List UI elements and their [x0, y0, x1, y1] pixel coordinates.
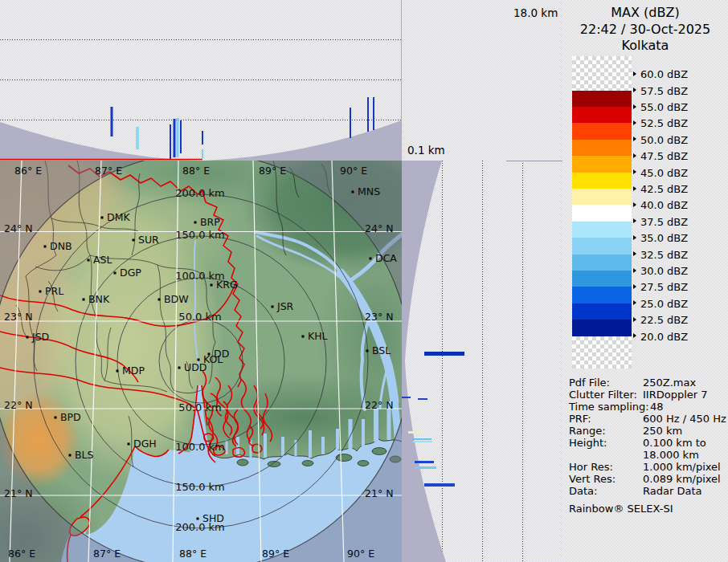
latitude-label: 22° N [4, 399, 32, 411]
city-label: ASL [93, 254, 112, 266]
colorbar-band [572, 222, 632, 238]
out-of-range-wedge [205, 120, 402, 161]
colorbar-tick-label: 45.0 dBZ [640, 166, 688, 178]
city-marker-dot [352, 191, 354, 193]
city-label: KHL [308, 330, 328, 342]
colorbar-tick-label: 35.0 dBZ [640, 232, 688, 244]
latitude-label: 23° N [365, 311, 393, 323]
city-label: BLS [75, 449, 93, 461]
metadata-value: 600 Hz / 450 Hz [643, 413, 726, 425]
colorbar-tick-label: 57.5 dBZ [640, 84, 688, 96]
colorbar-tick-label: 25.0 dBZ [640, 297, 688, 309]
latitude-label: 24° N [4, 222, 32, 234]
colorbar-tick-arrow [633, 317, 636, 322]
colorbar-tick-label: 42.5 dBZ [640, 183, 688, 195]
colorbar-band [572, 140, 632, 157]
station-name: Kolkata [562, 38, 728, 54]
radar-echo [415, 461, 434, 463]
longitude-label: 90° E [347, 548, 374, 560]
max-height-label: 18.0 km [513, 6, 558, 19]
radar-echo [412, 438, 431, 440]
colorbar-tick-arrow [633, 169, 636, 174]
radar-echo [418, 398, 427, 400]
city-marker-dot [366, 350, 369, 352]
range-ring-label: 150.0 km [175, 229, 225, 241]
product-datetime: 22:42 / 30-Oct-2025 [562, 22, 728, 38]
colorbar-band [572, 287, 632, 303]
colorbar-tick-arrow [633, 104, 636, 109]
top-panel-canvas [0, 0, 402, 161]
longitude-label: 90° E [340, 165, 367, 177]
longitude-label: 89° E [259, 165, 286, 177]
metadata-value: 250Z.max [643, 377, 696, 389]
colorbar-tick-arrow [633, 235, 636, 240]
radar-echo [174, 119, 176, 157]
metadata-row: PRF:600 Hz / 450 Hz [569, 413, 728, 425]
min-height-label: 0.1 km [407, 144, 445, 157]
colorbar-tick-arrow [633, 284, 636, 289]
colorbar-tick-arrow [633, 333, 636, 338]
latitude-label: 24° N [365, 222, 393, 234]
product-title: MAX (dBZ) [562, 5, 728, 21]
metadata-label: Vert Res: [569, 473, 616, 485]
radar-map: DMKBRPSURDNBASLDGPKRGDCAMNSPRLBNKBDWJSRJ… [0, 161, 402, 562]
colorbar-band-above-max [572, 56, 632, 91]
colorbar-tick-label: 40.0 dBZ [640, 199, 688, 211]
colorbar-tick-arrow [633, 186, 636, 191]
colorbar-tick-arrow [633, 300, 636, 305]
dbz-colorbar [572, 56, 632, 369]
metadata-row: Height:0.100 km to [569, 437, 728, 449]
range-ring-label: 100.0 km [175, 441, 225, 453]
metadata-row: Clutter Filter:IIRDoppler 7 [569, 389, 728, 401]
city-marker-dot [128, 443, 130, 446]
city-label: PRL [45, 285, 63, 297]
colorbar-tick-arrow [633, 120, 636, 125]
city-label: DGP [120, 267, 141, 279]
colorbar-band [572, 320, 632, 336]
vertical-cross-section-side-panel [402, 161, 562, 562]
city-marker-dot [117, 370, 119, 373]
city-label: JSD [32, 331, 49, 343]
colorbar-band [572, 91, 632, 108]
metadata-value: 0.089 km/pixel [643, 473, 721, 485]
city-marker-dot [27, 336, 29, 339]
city-label: DGH [133, 438, 157, 450]
colorbar-tick-arrow [633, 71, 636, 76]
colorbar-tick-label: 32.5 dBZ [640, 248, 688, 260]
colorbar-band [572, 189, 632, 206]
city-label: UDD [184, 361, 207, 373]
range-ring-label: 50.0 km [178, 311, 221, 323]
metadata-row: Range:250 km [569, 425, 728, 437]
longitude-label: 86° E [14, 165, 42, 177]
out-of-range-wedge [0, 122, 197, 161]
metadata-value: 48 [650, 401, 664, 413]
radar-application-window: 18.0 km 0.1 km [0, 0, 728, 562]
colorbar-band [572, 107, 632, 124]
radar-echo [402, 397, 411, 398]
metadata-label: Time sampling: [569, 401, 649, 413]
colorbar-band [572, 123, 632, 140]
metadata-row: Pdf File:250Z.max [569, 377, 728, 389]
city-label: BSL [372, 344, 391, 356]
metadata-label: Clutter Filter: [569, 389, 637, 401]
city-marker-dot [88, 259, 90, 262]
radar-echo [202, 131, 203, 145]
radar-echo [413, 441, 432, 442]
colorbar-tick-label: 27.5 dBZ [640, 281, 688, 293]
metadata-row: Data:Radar Data [569, 485, 728, 497]
colorbar-band [572, 303, 632, 320]
radar-echo [136, 127, 139, 149]
metadata-label: Range: [569, 425, 606, 437]
radar-echo [170, 124, 171, 159]
colorbar-band [572, 173, 632, 189]
colorbar-tick-label: 37.5 dBZ [640, 215, 688, 227]
city-label: MNS [358, 185, 380, 198]
colorbar-band [572, 271, 632, 287]
colorbar-tick-arrow [633, 268, 636, 273]
latitude-label: 21° N [365, 487, 393, 499]
city-marker-dot [69, 454, 72, 457]
city-marker-dot [101, 217, 104, 219]
colorbar-tick-label: 20.0 dBZ [640, 330, 688, 342]
radar-echo [202, 149, 203, 158]
city-marker-dot [370, 258, 372, 260]
